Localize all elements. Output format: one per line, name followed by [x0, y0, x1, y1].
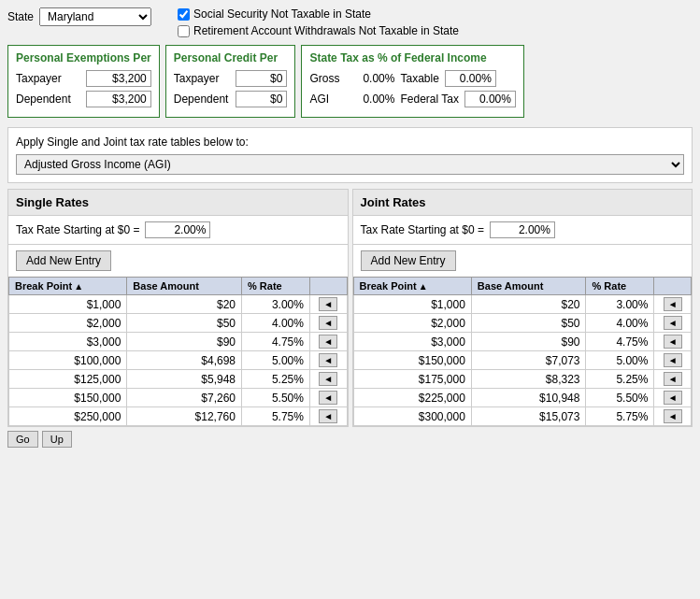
apply-select[interactable]: Adjusted Gross Income (AGI) Gross Income…	[16, 154, 684, 175]
joint-rates-title: Joint Rates	[361, 195, 426, 209]
retirement-label: Retirement Account Withdrawals Not Taxab…	[193, 24, 459, 37]
base-amount-cell: $90	[471, 333, 586, 351]
state-select[interactable]: Maryland	[39, 7, 151, 26]
table-row: $250,000 $12,760 5.75% ◄	[9, 407, 348, 426]
credit-dependent-input[interactable]	[236, 91, 287, 107]
break-point-cell: $150,000	[353, 351, 471, 370]
bottom-bar: Go Up	[7, 427, 693, 451]
delete-cell[interactable]: ◄	[309, 314, 347, 333]
joint-starting-input[interactable]	[490, 221, 555, 238]
delete-button[interactable]: ◄	[664, 316, 682, 330]
delete-cell[interactable]: ◄	[309, 333, 347, 351]
rate-cell: 3.00%	[586, 295, 654, 314]
delete-button[interactable]: ◄	[664, 297, 682, 311]
credit-taxpayer-row: Taxpayer	[174, 70, 288, 87]
joint-rates-section: Joint Rates Tax Rate Starting at $0 = Ad…	[352, 189, 693, 427]
joint-col-break[interactable]: Break Point ▲	[353, 278, 471, 295]
single-col-base[interactable]: Base Amount	[127, 278, 242, 295]
social-security-checkbox-row: Social Security Not Taxable in State	[178, 7, 459, 21]
delete-cell[interactable]: ◄	[654, 351, 692, 370]
exemptions-dependent-input[interactable]	[86, 91, 151, 107]
agi-pct: 0.00%	[352, 93, 394, 106]
state-tax-grid: Gross 0.00% Taxable AGI 0.00% Federal Ta…	[309, 70, 515, 107]
base-amount-cell: $90	[127, 333, 242, 351]
state-tax-box: State Tax as % of Federal Income Gross 0…	[301, 45, 523, 118]
table-row: $150,000 $7,073 5.00% ◄	[353, 351, 692, 370]
delete-button[interactable]: ◄	[664, 372, 682, 386]
credit-taxpayer-label: Taxpayer	[174, 72, 220, 85]
single-col-break[interactable]: Break Point ▲	[9, 278, 127, 295]
delete-cell[interactable]: ◄	[654, 333, 692, 351]
break-point-cell: $2,000	[9, 314, 127, 333]
single-table-scroll[interactable]: Break Point ▲ Base Amount % Rate $1,000 …	[8, 277, 348, 426]
delete-button[interactable]: ◄	[664, 353, 682, 367]
single-starting-input[interactable]	[145, 221, 210, 238]
base-amount-cell: $4,698	[127, 351, 242, 370]
single-col-rate[interactable]: % Rate	[241, 278, 309, 295]
joint-col-base[interactable]: Base Amount	[471, 278, 586, 295]
rate-cell: 5.00%	[241, 351, 309, 370]
credit-taxpayer-input[interactable]	[236, 70, 287, 87]
base-amount-cell: $5,948	[127, 370, 242, 389]
federal-tax-input[interactable]	[464, 91, 516, 107]
table-row: $175,000 $8,323 5.25% ◄	[353, 370, 692, 389]
joint-rates-header: Joint Rates	[353, 190, 693, 216]
break-point-cell: $2,000	[353, 314, 471, 333]
delete-button[interactable]: ◄	[319, 335, 337, 349]
delete-button[interactable]: ◄	[319, 316, 337, 330]
agi-label: AGI	[309, 93, 347, 106]
delete-cell[interactable]: ◄	[654, 407, 692, 426]
joint-table-scroll[interactable]: Break Point ▲ Base Amount % Rate $1,000 …	[353, 277, 693, 426]
delete-cell[interactable]: ◄	[309, 295, 347, 314]
social-security-checkbox[interactable]	[178, 8, 190, 21]
retirement-checkbox-row: Retirement Account Withdrawals Not Taxab…	[178, 24, 459, 37]
delete-button[interactable]: ◄	[319, 391, 337, 405]
delete-button[interactable]: ◄	[664, 409, 682, 423]
up-button[interactable]: Up	[42, 431, 72, 448]
delete-button[interactable]: ◄	[319, 372, 337, 386]
joint-add-entry-button[interactable]: Add New Entry	[361, 250, 456, 271]
joint-break-sort: Break Point ▲	[360, 280, 465, 292]
rate-cell: 5.50%	[241, 389, 309, 407]
exemptions-dependent-row: Dependent	[16, 91, 151, 107]
table-row: $1,000 $20 3.00% ◄	[9, 295, 348, 314]
personal-credit-title: Personal Credit Per	[174, 51, 288, 64]
delete-cell[interactable]: ◄	[309, 389, 347, 407]
base-amount-cell: $20	[127, 295, 242, 314]
rate-cell: 5.75%	[586, 407, 654, 426]
base-amount-cell: $10,948	[471, 389, 586, 407]
delete-cell[interactable]: ◄	[309, 407, 347, 426]
delete-cell[interactable]: ◄	[309, 370, 347, 389]
single-add-entry-button[interactable]: Add New Entry	[16, 250, 111, 271]
gross-pct: 0.00%	[352, 72, 394, 85]
single-starting-row: Tax Rate Starting at $0 =	[8, 216, 348, 245]
delete-cell[interactable]: ◄	[654, 295, 692, 314]
delete-cell[interactable]: ◄	[654, 314, 692, 333]
delete-button[interactable]: ◄	[664, 391, 682, 405]
delete-button[interactable]: ◄	[319, 353, 337, 367]
delete-button[interactable]: ◄	[664, 335, 682, 349]
gross-label: Gross	[309, 72, 347, 85]
delete-button[interactable]: ◄	[319, 297, 337, 311]
state-row: State Maryland	[7, 7, 151, 26]
joint-rates-table: Break Point ▲ Base Amount % Rate $1,000 …	[353, 277, 693, 426]
rate-cell: 4.75%	[586, 333, 654, 351]
delete-cell[interactable]: ◄	[309, 351, 347, 370]
taxable-input[interactable]	[445, 70, 496, 87]
joint-col-rate[interactable]: % Rate	[586, 278, 654, 295]
retirement-checkbox[interactable]	[178, 25, 190, 37]
go-button[interactable]: Go	[7, 431, 38, 448]
break-point-cell: $3,000	[9, 333, 127, 351]
main-container: State Maryland Social Security Not Taxab…	[0, 0, 700, 459]
delete-cell[interactable]: ◄	[654, 370, 692, 389]
delete-button[interactable]: ◄	[319, 409, 337, 423]
rate-cell: 5.00%	[586, 351, 654, 370]
break-point-cell: $250,000	[9, 407, 127, 426]
single-col-del	[309, 278, 347, 295]
table-row: $2,000 $50 4.00% ◄	[9, 314, 348, 333]
joint-col-del	[654, 278, 692, 295]
personal-exemptions-box: Personal Exemptions Per Taxpayer Depende…	[7, 45, 160, 118]
exemptions-taxpayer-input[interactable]	[86, 70, 151, 87]
rate-cell: 4.75%	[241, 333, 309, 351]
delete-cell[interactable]: ◄	[654, 389, 692, 407]
